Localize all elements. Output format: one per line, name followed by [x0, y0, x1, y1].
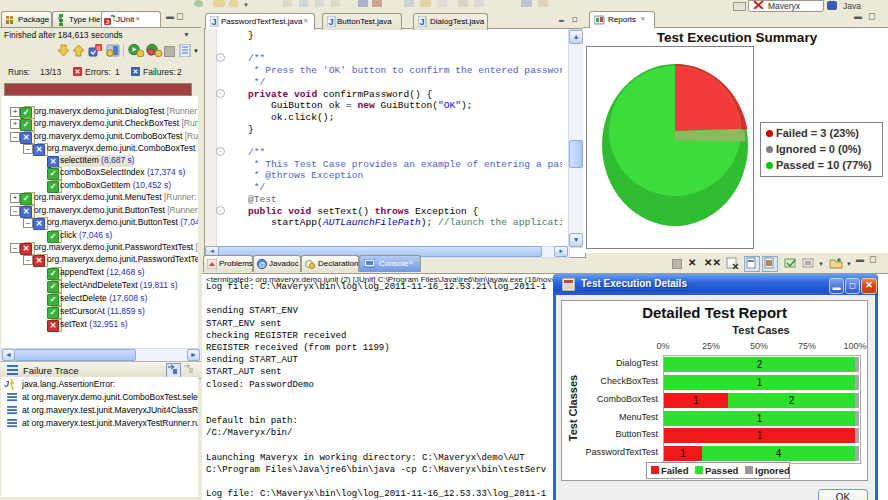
svg-text:J: J: [419, 17, 424, 27]
svg-text:@: @: [258, 261, 265, 268]
svg-text:J: J: [211, 17, 216, 27]
svg-text:J: J: [106, 19, 109, 25]
svg-text:J: J: [4, 379, 10, 389]
svg-text:J: J: [328, 17, 333, 27]
